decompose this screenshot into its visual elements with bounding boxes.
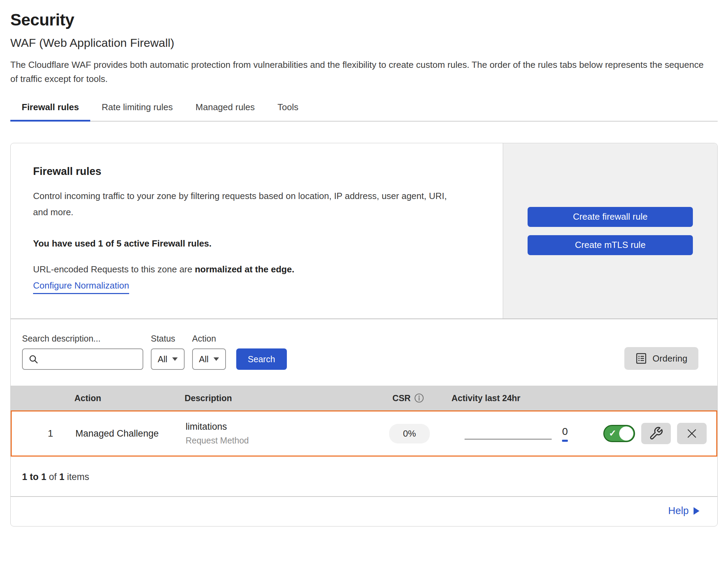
tab-bar: Firewall rules Rate limiting rules Manag… [10,102,718,122]
status-label: Status [151,334,185,344]
page-subtitle: WAF (Web Application Firewall) [10,36,718,50]
chevron-down-icon [172,357,178,361]
edit-rule-button[interactable] [641,423,671,444]
ordering-button-label: Ordering [653,353,687,364]
action-select-value: All [199,354,209,364]
firewall-rules-card: Firewall rules Control incoming traffic … [10,143,718,526]
page-description: The Cloudflare WAF provides both automat… [10,58,713,86]
of-text: of [46,472,60,482]
chevron-down-icon [214,357,219,361]
page-title: Security [10,10,718,29]
search-icon [28,354,39,364]
rule-csr-cell: 0% [373,424,446,443]
total-count: 1 [59,472,64,482]
normalization-prefix: URL-encoded Requests to this zone are [33,264,195,274]
search-input[interactable] [42,354,137,364]
search-field: Search description... [22,334,143,370]
status-field: Status All [151,334,185,370]
card-description: Control incoming traffic to your zone by… [33,188,458,220]
card-intro: Firewall rules Control incoming traffic … [11,143,503,318]
table-header: Action Description CSR Activity last 24h… [11,386,717,410]
header-action: Action [74,393,185,403]
configure-normalization-link[interactable]: Configure Normalization [33,280,129,294]
x-icon [686,427,698,440]
tab-rate-limiting-rules[interactable]: Rate limiting rules [90,102,184,121]
wrench-icon [649,426,663,441]
rule-action: Managed Challenge [75,428,186,439]
create-firewall-rule-button[interactable]: Create firewall rule [528,207,693,227]
card-title: Firewall rules [33,165,482,178]
normalization-bold: normalized at the edge. [195,264,294,274]
header-activity: Activity last 24hr [445,393,567,403]
info-circle-icon[interactable] [414,393,424,403]
action-field: Action All [192,334,226,370]
rule-activity-cell: 0 [446,426,568,442]
header-csr-label: CSR [393,393,411,403]
check-icon: ✓ [609,428,616,439]
csr-badge: 0% [389,424,430,443]
filter-controls: Search description... Status All [22,334,287,370]
rule-enabled-toggle[interactable]: ✓ [603,425,635,442]
tab-firewall-rules[interactable]: Firewall rules [10,102,90,122]
page: Security WAF (Web Application Firewall) … [0,0,728,526]
tab-managed-rules[interactable]: Managed rules [184,102,266,121]
action-select[interactable]: All [192,348,226,370]
rule-priority: 1 [12,428,75,439]
range-text: 1 to 1 [22,472,46,482]
activity-count-link[interactable]: 0 [562,426,568,442]
rule-expression-summary: Request Method [186,436,373,446]
create-mtls-rule-button[interactable]: Create mTLS rule [528,235,693,255]
rule-controls: ✓ [568,423,716,444]
tab-tools[interactable]: Tools [266,102,310,121]
action-label: Action [192,334,226,344]
search-label: Search description... [22,334,143,344]
search-button[interactable]: Search [236,348,287,370]
delete-rule-button[interactable] [677,423,707,444]
card-actions-panel: Create firewall rule Create mTLS rule [503,143,717,318]
normalization-text: URL-encoded Requests to this zone are no… [33,264,482,275]
search-box[interactable] [22,348,143,370]
arrow-right-icon [694,507,699,515]
activity-sparkline [465,439,552,440]
items-text: items [64,472,89,482]
status-select-value: All [158,354,167,364]
toggle-knob [619,427,633,441]
help-link[interactable]: Help [668,505,699,516]
pagination-summary: 1 to 1 of 1 items [11,457,717,496]
help-link-label: Help [668,505,689,516]
rule-description-cell: limitations Request Method [186,421,373,446]
table-row: 1 Managed Challenge limitations Request … [11,410,717,457]
list-document-icon [635,353,647,364]
header-csr: CSR [372,393,445,403]
filter-bar: Search description... Status All [11,319,717,386]
status-select[interactable]: All [151,348,185,370]
rule-description: limitations [186,421,373,432]
card-top-section: Firewall rules Control incoming traffic … [11,143,717,319]
ordering-button[interactable]: Ordering [624,347,698,370]
usage-text: You have used 1 of 5 active Firewall rul… [33,238,482,249]
help-row: Help [11,496,717,526]
header-description: Description [185,393,372,403]
